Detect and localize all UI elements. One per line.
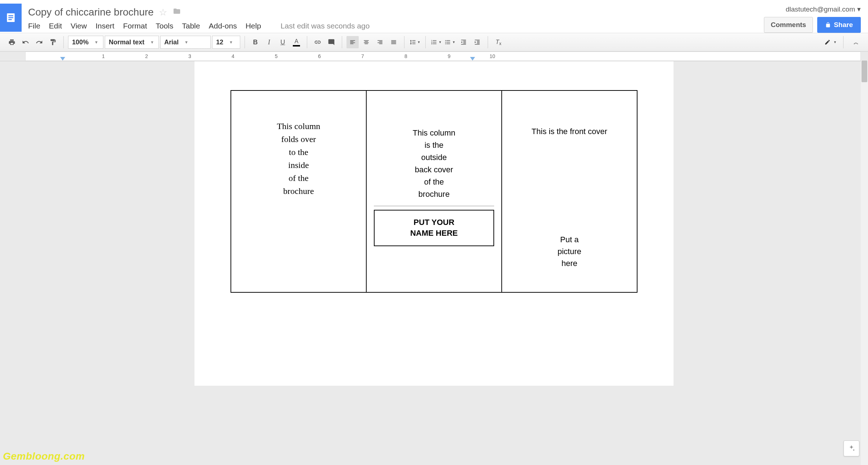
scrollbar[interactable] xyxy=(861,61,868,465)
col3-title[interactable]: This is the front cover xyxy=(509,127,630,136)
menu-view[interactable]: View xyxy=(71,22,87,30)
align-center-button[interactable] xyxy=(360,36,372,48)
font-select[interactable]: Arial▼ xyxy=(160,36,211,49)
line-spacing-button[interactable]: ▼ xyxy=(409,36,421,48)
docs-logo[interactable] xyxy=(0,4,22,32)
redo-button[interactable] xyxy=(33,36,45,48)
underline-button[interactable]: U xyxy=(277,36,289,48)
brochure-col-2[interactable]: This columnis theoutsideback coverof the… xyxy=(366,90,502,292)
brochure-col-1[interactable]: This columnfolds overto theinsideof theb… xyxy=(231,90,366,292)
header-right: dlastutech@gmail.com ▾ Comments Share xyxy=(764,4,861,33)
col1-text[interactable]: This columnfolds overto theinsideof theb… xyxy=(238,120,359,198)
bold-button[interactable]: B xyxy=(249,36,261,48)
menubar: File Edit View Insert Format Tools Table… xyxy=(28,18,764,30)
caret-down-icon: ▾ xyxy=(857,5,861,13)
doc-title[interactable]: Copy of chiccarine brochure xyxy=(28,6,154,18)
menu-addons[interactable]: Add-ons xyxy=(209,22,237,30)
collapse-toolbar-button[interactable]: ︽ xyxy=(850,36,862,48)
title-area: Copy of chiccarine brochure ☆ File Edit … xyxy=(22,4,764,30)
svg-rect-1 xyxy=(8,15,13,16)
lock-icon xyxy=(825,22,831,28)
menu-file[interactable]: File xyxy=(28,22,40,30)
undo-button[interactable] xyxy=(19,36,32,48)
watermark: Gembloong.com xyxy=(3,451,85,462)
folder-icon[interactable] xyxy=(172,7,182,17)
menu-tools[interactable]: Tools xyxy=(156,22,173,30)
brochure-table[interactable]: This columnfolds overto theinsideof theb… xyxy=(231,90,637,293)
editing-mode-button[interactable]: ▼ xyxy=(824,36,837,48)
decrease-indent-button[interactable] xyxy=(457,36,470,48)
right-indent-marker[interactable] xyxy=(470,57,475,61)
increase-indent-button[interactable] xyxy=(471,36,483,48)
divider xyxy=(374,206,494,206)
menu-table[interactable]: Table xyxy=(182,22,200,30)
explore-icon xyxy=(847,444,855,452)
menu-format[interactable]: Format xyxy=(123,22,147,30)
share-label: Share xyxy=(834,21,853,29)
menu-insert[interactable]: Insert xyxy=(95,22,115,30)
document-area[interactable]: This columnfolds overto theinsideof theb… xyxy=(0,61,868,465)
text-color-button[interactable]: A xyxy=(290,36,303,48)
align-left-button[interactable] xyxy=(346,36,359,48)
align-right-button[interactable] xyxy=(374,36,386,48)
comment-button[interactable] xyxy=(325,36,337,48)
page[interactable]: This columnfolds overto theinsideof theb… xyxy=(194,61,674,386)
last-edit-text[interactable]: Last edit was seconds ago xyxy=(281,22,370,30)
menu-edit[interactable]: Edit xyxy=(49,22,62,30)
left-indent-marker[interactable] xyxy=(60,57,65,61)
document-icon xyxy=(5,10,17,25)
ruler[interactable]: 1 2 3 4 5 6 7 8 9 10 xyxy=(0,52,868,61)
scroll-thumb[interactable] xyxy=(862,61,867,82)
menu-help[interactable]: Help xyxy=(246,22,261,30)
star-icon[interactable]: ☆ xyxy=(159,7,167,18)
fontsize-select[interactable]: 12▼ xyxy=(212,36,240,49)
explore-button[interactable] xyxy=(844,440,859,456)
paint-format-button[interactable] xyxy=(47,36,59,48)
italic-button[interactable]: I xyxy=(263,36,275,48)
align-justify-button[interactable] xyxy=(388,36,400,48)
bulleted-list-button[interactable]: ▼ xyxy=(444,36,456,48)
user-menu[interactable]: dlastutech@gmail.com ▾ xyxy=(786,5,861,13)
user-email-text: dlastutech@gmail.com xyxy=(786,5,855,13)
clear-formatting-button[interactable]: Tx xyxy=(492,36,505,48)
comments-button[interactable]: Comments xyxy=(764,17,813,33)
app-header: Copy of chiccarine brochure ☆ File Edit … xyxy=(0,0,868,33)
svg-rect-2 xyxy=(8,17,13,18)
col2-text[interactable]: This columnis theoutsideback coverof the… xyxy=(374,127,494,201)
name-box[interactable]: PUT YOURNAME HERE xyxy=(374,210,494,247)
link-button[interactable] xyxy=(312,36,324,48)
toolbar: 100%▼ Normal text▼ Arial▼ 12▼ B I U A ▼ … xyxy=(0,33,868,52)
brochure-col-3[interactable]: This is the front cover Put apicturehere xyxy=(502,90,637,292)
zoom-select[interactable]: 100%▼ xyxy=(68,36,103,49)
share-button[interactable]: Share xyxy=(817,17,861,33)
print-button[interactable] xyxy=(6,36,18,48)
svg-rect-3 xyxy=(8,19,12,20)
numbered-list-button[interactable]: ▼ xyxy=(430,36,442,48)
style-select[interactable]: Normal text▼ xyxy=(105,36,159,49)
col3-picture-placeholder[interactable]: Put apicturehere xyxy=(509,234,630,269)
